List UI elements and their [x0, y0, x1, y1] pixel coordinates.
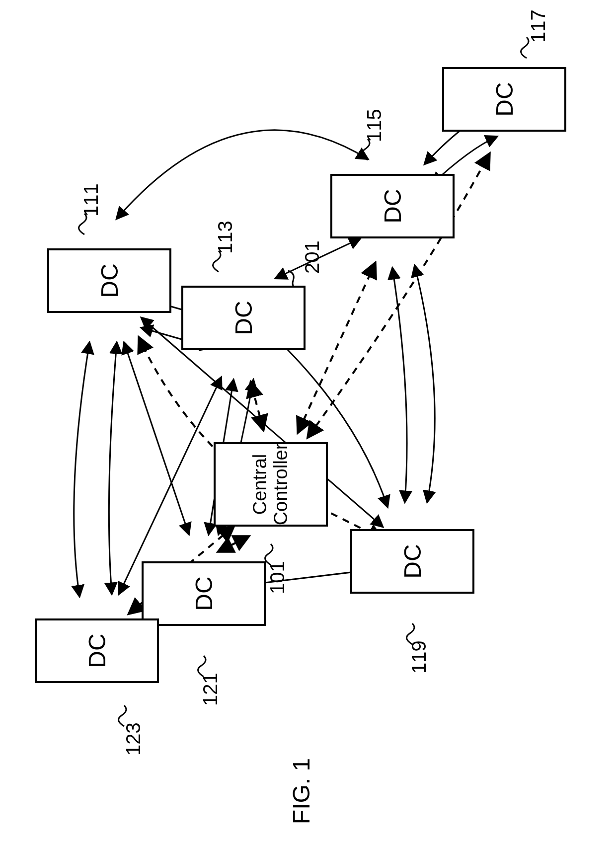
- ref-101: 101: [266, 561, 289, 594]
- dc-node-111: DC: [47, 248, 171, 313]
- dc-node-115: DC: [330, 174, 455, 238]
- dc-node-117: DC: [442, 67, 566, 132]
- dc-label: DC: [491, 82, 518, 116]
- dc-node-119: DC: [350, 529, 474, 594]
- svg-line-12: [219, 537, 248, 551]
- dc-label: DC: [83, 633, 111, 668]
- svg-line-10: [298, 263, 375, 432]
- central-controller-node: Central Controller: [214, 442, 328, 527]
- ref-115: 115: [363, 109, 385, 142]
- ref-201: 201: [301, 240, 323, 274]
- dc-node-121: DC: [142, 561, 266, 626]
- dc-node-123: DC: [35, 618, 159, 683]
- dc-label: DC: [379, 189, 406, 223]
- dc-label: DC: [230, 301, 257, 335]
- diagram-canvas: DC 111 DC 113 DC 115 DC 117 DC 119 DC 12…: [0, 0, 616, 847]
- ref-119: 119: [408, 640, 430, 674]
- dc-node-113: DC: [181, 286, 306, 350]
- ref-111: 111: [80, 183, 102, 217]
- ref-117: 117: [527, 9, 549, 43]
- dc-label: DC: [399, 544, 426, 578]
- figure-caption: FIG. 1: [288, 758, 315, 824]
- central-controller-label: Central Controller: [250, 444, 292, 526]
- ref-123: 123: [122, 722, 145, 756]
- dc-label: DC: [190, 576, 218, 611]
- ref-121: 121: [199, 673, 222, 706]
- svg-line-7: [124, 343, 189, 534]
- dc-label: DC: [96, 263, 123, 298]
- ref-113: 113: [214, 221, 236, 254]
- svg-line-9: [251, 383, 263, 430]
